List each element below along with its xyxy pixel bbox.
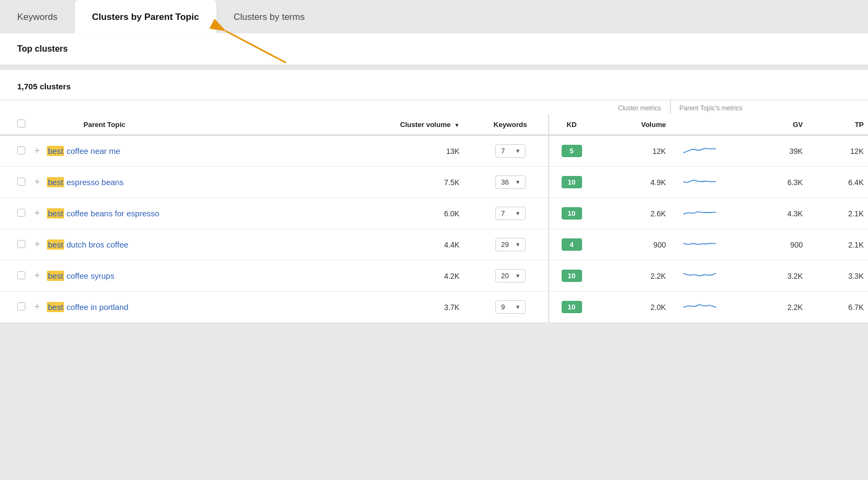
topic-rest: coffee beans for espresso (64, 209, 159, 218)
topic-rest: espresso beans (64, 178, 123, 187)
kd-badge: 4 (562, 238, 582, 251)
kd-badge: 10 (562, 207, 582, 220)
kd-badge: 10 (562, 301, 582, 313)
expand-cell: + (30, 292, 45, 323)
kd-cell: 10 (549, 198, 594, 229)
col-cluster-volume[interactable]: Cluster volume ▼ (364, 114, 472, 135)
keywords-dropdown[interactable]: 20▼ (495, 269, 526, 283)
cluster-volume-cell: 13K (364, 135, 472, 167)
page-wrapper: Keywords Clusters by Parent Topic Cluste… (0, 0, 868, 480)
keywords-dropdown[interactable]: 7▼ (495, 207, 526, 220)
row-checkbox-cell (0, 135, 30, 167)
clusters-count: 1,705 clusters (0, 70, 868, 100)
volume-cell: 900 (594, 229, 670, 260)
top-clusters-label: Top clusters (17, 44, 68, 53)
expand-cell: + (30, 260, 45, 292)
gv-cell: 6.3K (731, 167, 807, 198)
volume-cell: 2.0K (594, 292, 670, 323)
kd-badge: 10 (562, 176, 582, 188)
row-checkbox[interactable] (17, 178, 25, 186)
dropdown-arrow-icon: ▼ (515, 242, 521, 248)
main-content: 1,705 clusters Cluster metrics Parent To… (0, 70, 868, 323)
plus-icon[interactable]: + (34, 177, 40, 187)
row-checkbox-cell (0, 198, 30, 229)
cluster-volume-cell: 3.7K (364, 292, 472, 323)
cluster-metrics-label: Cluster metrics (549, 100, 670, 114)
tab-clusters-parent[interactable]: Clusters by Parent Topic (75, 0, 216, 33)
keywords-cell: 36▼ (472, 167, 548, 198)
topic-rest: dutch bros coffee (64, 240, 128, 249)
col-header-row: Parent Topic Cluster volume ▼ Keywords K… (0, 114, 868, 135)
expand-cell: + (30, 135, 45, 167)
topic-cell: best coffee syrups (45, 260, 364, 292)
dropdown-arrow-icon: ▼ (515, 304, 521, 310)
cluster-volume-cell: 4.4K (364, 229, 472, 260)
table-row: +best coffee near me13K7▼512K39K12K (0, 135, 868, 167)
col-gv: GV (731, 114, 807, 135)
top-clusters-section: Top clusters (0, 33, 868, 66)
table-row: +best dutch bros coffee4.4K29▼49009002.1… (0, 229, 868, 260)
topic-link[interactable]: best coffee near me (47, 146, 120, 156)
header-checkbox[interactable] (17, 119, 25, 128)
topic-cell: best coffee in portland (45, 292, 364, 323)
volume-cell: 4.9K (594, 167, 670, 198)
tp-cell: 12K (807, 135, 868, 167)
topic-cell: best coffee near me (45, 135, 364, 167)
tab-keywords[interactable]: Keywords (0, 0, 75, 33)
keywords-dropdown[interactable]: 7▼ (495, 144, 526, 158)
topic-cell: best coffee beans for espresso (45, 198, 364, 229)
topic-link[interactable]: best coffee syrups (47, 271, 114, 281)
topic-link[interactable]: best coffee in portland (47, 302, 128, 312)
tp-cell: 6.4K (807, 167, 868, 198)
trend-cell (670, 229, 731, 260)
table-row: +best espresso beans7.5K36▼104.9K6.3K6.4… (0, 167, 868, 198)
row-checkbox[interactable] (17, 146, 25, 154)
plus-icon[interactable]: + (34, 145, 40, 156)
keywords-dropdown[interactable]: 29▼ (495, 238, 526, 251)
sparkline-chart (683, 237, 718, 251)
plus-icon[interactable]: + (34, 270, 40, 281)
dropdown-arrow-icon: ▼ (515, 179, 521, 185)
keywords-dropdown[interactable]: 9▼ (495, 300, 526, 314)
col-keywords: Keywords (472, 114, 548, 135)
keywords-count: 36 (501, 178, 509, 186)
row-checkbox[interactable] (17, 240, 25, 248)
cluster-volume-cell: 7.5K (364, 167, 472, 198)
topic-cell: best dutch bros coffee (45, 229, 364, 260)
sparkline-chart (683, 143, 718, 157)
tp-cell: 3.3K (807, 260, 868, 292)
kd-cell: 4 (549, 229, 594, 260)
keywords-dropdown[interactable]: 36▼ (495, 175, 526, 189)
col-trend (670, 114, 731, 135)
plus-icon[interactable]: + (34, 208, 40, 218)
plus-icon[interactable]: + (34, 239, 40, 250)
col-kd: KD (549, 114, 594, 135)
topic-link[interactable]: best dutch bros coffee (47, 239, 128, 250)
col-volume: Volume (594, 114, 670, 135)
tabs-section: Keywords Clusters by Parent Topic Cluste… (0, 0, 868, 33)
col-tp: TP (807, 114, 868, 135)
keywords-count: 29 (501, 241, 509, 249)
topic-link[interactable]: best coffee beans for espresso (47, 208, 159, 218)
keywords-count: 7 (501, 147, 505, 155)
expand-cell: + (30, 167, 45, 198)
topic-link[interactable]: best espresso beans (47, 177, 123, 187)
tab-clusters-terms[interactable]: Clusters by terms (216, 0, 322, 33)
volume-cell: 2.6K (594, 198, 670, 229)
cluster-volume-cell: 4.2K (364, 260, 472, 292)
row-checkbox[interactable] (17, 271, 25, 279)
sparkline-chart (683, 268, 718, 282)
topic-cell: best espresso beans (45, 167, 364, 198)
plus-icon[interactable]: + (34, 301, 40, 312)
tp-cell: 2.1K (807, 229, 868, 260)
keywords-cell: 9▼ (472, 292, 548, 323)
topic-rest: coffee in portland (64, 302, 128, 312)
row-checkbox[interactable] (17, 209, 25, 217)
table-row: +best coffee syrups4.2K20▼102.2K3.2K3.3K (0, 260, 868, 292)
kd-cell: 5 (549, 135, 594, 167)
gv-cell: 2.2K (731, 292, 807, 323)
tp-cell: 2.1K (807, 198, 868, 229)
keyword-highlight: best (47, 208, 64, 218)
dropdown-arrow-icon: ▼ (515, 273, 521, 279)
row-checkbox[interactable] (17, 302, 25, 310)
